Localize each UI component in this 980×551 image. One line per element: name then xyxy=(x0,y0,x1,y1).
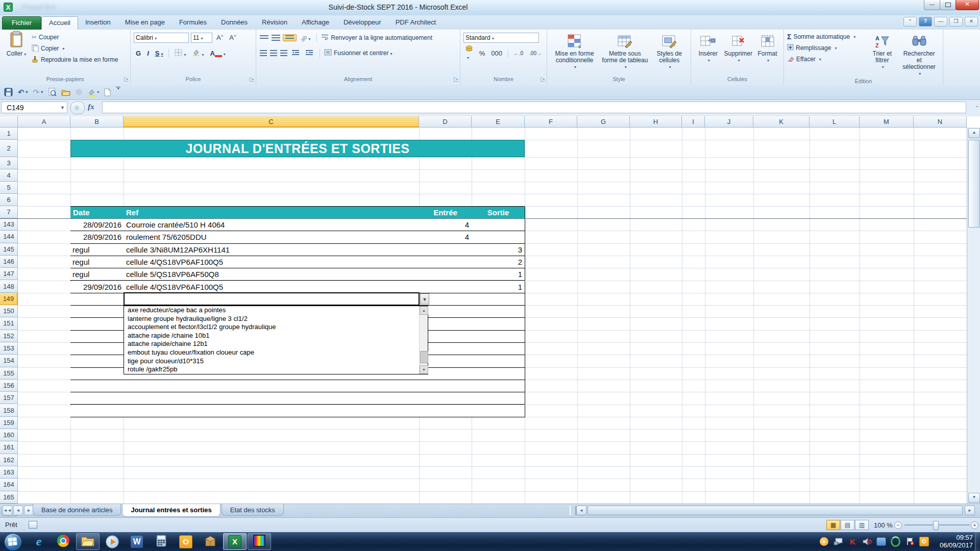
insert-cells-button[interactable]: Insérer xyxy=(694,31,722,76)
clear-button[interactable]: Effacer xyxy=(787,54,866,65)
accounting-format-button[interactable] xyxy=(463,44,475,62)
tray-action-center-icon[interactable] xyxy=(905,537,915,546)
cut-button[interactable]: ✂Couper xyxy=(32,32,118,43)
name-box-arrow-icon[interactable]: ▼ xyxy=(60,102,65,114)
start-button[interactable] xyxy=(4,533,22,551)
vscroll-up-icon[interactable]: ▲ xyxy=(968,128,980,138)
taskbar-app-outlook[interactable]: O xyxy=(174,533,198,550)
row-header-148[interactable]: 148 xyxy=(0,281,18,293)
insert-function-button[interactable]: fx xyxy=(88,103,94,111)
row-header-157[interactable]: 157 xyxy=(0,392,18,404)
maximize-button[interactable] xyxy=(940,0,956,10)
cell-date[interactable]: 29/09/2016 xyxy=(70,281,124,293)
cell-sortie[interactable] xyxy=(472,380,525,392)
cell-sortie[interactable]: 3 xyxy=(472,244,525,256)
cell-sortie[interactable]: 2 xyxy=(472,256,525,268)
taskbar-app-package[interactable] xyxy=(199,533,222,550)
font-name-select[interactable]: Calibri xyxy=(134,33,189,43)
merge-center-button[interactable]: Fusionner et centrer xyxy=(334,49,392,57)
row-header-143[interactable]: 143 xyxy=(0,218,18,231)
sheet-tab-journal-entrées-et-sorties[interactable]: Journal entrées et sorties xyxy=(122,504,220,517)
cell-date[interactable] xyxy=(70,331,124,343)
close-button[interactable]: ✕ xyxy=(955,0,979,10)
column-header-L[interactable]: L xyxy=(810,116,860,128)
ribbon-tab-données[interactable]: Données xyxy=(214,16,255,30)
workbook-restore-icon[interactable]: ❐ xyxy=(949,17,963,27)
column-header-K[interactable]: K xyxy=(753,116,810,128)
hscroll-left-icon[interactable]: ◄ xyxy=(576,506,586,515)
taskbar-app-media-player[interactable] xyxy=(101,533,124,550)
dropdown-item[interactable]: attache rapide /chaine 10b1 xyxy=(124,332,428,340)
show-desktop-button[interactable] xyxy=(975,532,980,551)
vscroll-thumb[interactable] xyxy=(968,140,980,228)
font-color-button[interactable]: A xyxy=(208,48,227,58)
zoom-slider-thumb[interactable] xyxy=(933,521,939,530)
workbook-close-icon[interactable]: ✕ xyxy=(965,17,978,27)
align-center-icon[interactable] xyxy=(270,50,277,56)
zoom-in-button[interactable]: + xyxy=(971,521,978,529)
format-painter-button[interactable]: Reproduire la mise en forme xyxy=(32,54,118,65)
row-header-151[interactable]: 151 xyxy=(0,317,18,330)
dropdown-scroll-down-icon[interactable]: ▼ xyxy=(420,365,428,374)
dropdown-item[interactable]: lanterne groupe hydraulique/ligne 3 cl1/… xyxy=(124,315,428,323)
column-header-H[interactable]: H xyxy=(630,116,682,128)
tray-messenger-icon[interactable] xyxy=(876,537,886,546)
cell-entree[interactable] xyxy=(419,281,472,293)
ribbon-tab-mise-en-page[interactable]: Mise en page xyxy=(118,16,172,30)
taskbar-app-photofiltre[interactable] xyxy=(248,533,271,550)
bold-button[interactable]: G xyxy=(134,49,143,57)
column-header-G[interactable]: G xyxy=(577,116,630,128)
row-header-163[interactable]: 163 xyxy=(0,466,18,479)
ribbon-tab-affichage[interactable]: Affichage xyxy=(295,16,336,30)
font-size-select[interactable]: 11 xyxy=(191,33,212,43)
row-header-145[interactable]: 145 xyxy=(0,243,18,256)
align-left-icon[interactable] xyxy=(260,50,267,56)
shrink-font-button[interactable]: A˅ xyxy=(227,33,238,42)
increase-indent-icon[interactable] xyxy=(304,48,315,58)
cell-date[interactable]: 28/09/2016 xyxy=(70,219,124,231)
ribbon-tab-développeur[interactable]: Développeur xyxy=(336,16,388,30)
tray-sync-icon[interactable] xyxy=(891,537,900,546)
dialog-launcher-icon[interactable]: ↘ xyxy=(454,77,458,82)
row-header-152[interactable]: 152 xyxy=(0,330,18,342)
cell-ref[interactable] xyxy=(124,392,420,405)
cell-sortie[interactable] xyxy=(472,231,525,243)
save-icon[interactable] xyxy=(4,87,13,98)
cell-ref[interactable]: roulement 75/6205DDU xyxy=(124,231,420,243)
orientation-button[interactable]: ab xyxy=(299,33,312,43)
open-icon[interactable] xyxy=(61,87,70,98)
zoom-out-button[interactable]: − xyxy=(894,521,902,529)
underline-button[interactable]: S xyxy=(153,49,165,57)
cell-date[interactable] xyxy=(70,368,124,380)
cell-sortie[interactable] xyxy=(472,392,525,405)
cell-sortie[interactable] xyxy=(472,306,525,318)
cell-sortie[interactable] xyxy=(472,368,525,380)
cell-date[interactable] xyxy=(70,318,124,330)
grow-font-button[interactable]: A˄ xyxy=(214,33,225,42)
row-header-3[interactable]: 3 xyxy=(0,157,18,169)
cell-ref[interactable]: Courroie crantée/510 H 4064 xyxy=(124,219,420,231)
tray-kaspersky-icon[interactable]: K xyxy=(848,537,857,546)
table-header-sortie[interactable]: Sortie xyxy=(472,207,525,219)
cell-ref[interactable]: cellule 5/QS18VP6AF50Q8 xyxy=(124,268,420,281)
row-header-146[interactable]: 146 xyxy=(0,256,18,268)
fill-color-button[interactable] xyxy=(190,48,206,59)
cell-entree[interactable]: 4 xyxy=(419,219,472,231)
print-preview-icon[interactable] xyxy=(48,87,56,98)
cell-entree[interactable]: 4 xyxy=(419,231,472,243)
row-header-149[interactable]: 149 xyxy=(0,293,18,305)
vscroll-down-icon[interactable]: ▼ xyxy=(968,493,980,503)
decrease-decimal-icon[interactable]: .00→ xyxy=(527,49,544,57)
cell-dropdown-button[interactable]: ▼ xyxy=(420,293,429,305)
column-header-E[interactable]: E xyxy=(472,116,525,128)
wrap-text-button[interactable]: Renvoyer à la ligne automatiquement xyxy=(331,34,432,41)
first-sheet-icon[interactable]: ◄◄ xyxy=(3,506,12,515)
row-header-144[interactable]: 144 xyxy=(0,231,18,243)
format-cells-button[interactable]: Format xyxy=(754,31,780,76)
autosum-button[interactable]: ΣSomme automatique xyxy=(787,31,866,42)
page-layout-view-button[interactable]: ▤ xyxy=(841,520,854,530)
row-header-158[interactable]: 158 xyxy=(0,405,18,417)
column-header-N[interactable]: N xyxy=(914,116,967,128)
comma-style-button[interactable]: 000 xyxy=(489,48,504,58)
prev-sheet-icon[interactable]: ◄ xyxy=(13,506,23,515)
